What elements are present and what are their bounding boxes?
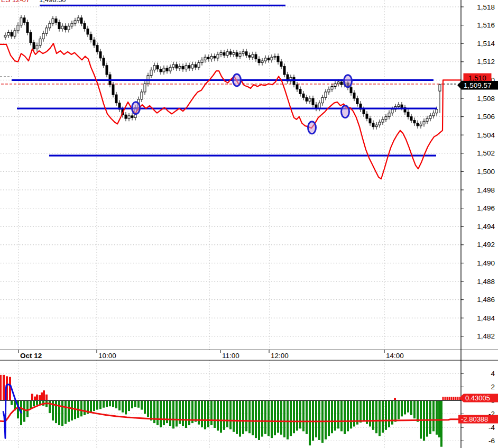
indicator-axis-label: -6 (488, 437, 495, 445)
price-axis-label: 1,512 (477, 58, 495, 66)
price-axis-label: 1,500 (477, 168, 495, 176)
price-axis-label: 1,496 (477, 204, 495, 212)
price-axis-label: 1,484 (477, 314, 495, 322)
price-axis-label: 1,482 (477, 332, 495, 340)
indicator-axis-label: 2 (491, 383, 495, 391)
price-axis-label: 1,492 (477, 241, 495, 249)
time-axis-label: Oct 12 (20, 352, 42, 360)
trading-chart-window: Oct 1210:0011:0012:0014:00 1,5181,5161,5… (0, 0, 498, 448)
bid-price-label: 1,510 (464, 74, 492, 82)
main-chart-panel[interactable] (0, 5, 461, 179)
price-axis-label: 1,494 (477, 223, 495, 231)
candlesticks (4, 15, 441, 130)
indicator-upper-value-label: 0.43005 (459, 394, 498, 403)
clipped-chart-label: ES 12-07 1,498.50 (1, 0, 66, 4)
time-axis-label: 12:00 (271, 352, 289, 360)
last-price-text: 1,509.57 (464, 81, 492, 89)
price-axis[interactable]: 1,5181,5161,5141,5121,5101,5081,5061,504… (461, 0, 495, 448)
last-price-label: 1,509.57 (457, 81, 498, 90)
price-axis-label: 1,516 (477, 21, 495, 29)
value-label-fragment: 1,498.50 (39, 0, 66, 4)
time-axis-label: 11:00 (222, 352, 239, 360)
price-axis-label: 1,504 (477, 131, 495, 139)
price-axis-label: 1,508 (477, 95, 495, 103)
price-axis-label: 1,506 (477, 113, 495, 121)
time-axis-label: 10:00 (98, 352, 116, 360)
price-axis-label: 1,498 (477, 186, 495, 194)
indicator-axis-label: 4 (491, 370, 495, 378)
bid-price-text: 1,510 (468, 74, 486, 82)
lower-indicator-panel[interactable] (0, 375, 461, 447)
indicator-lower-value-label: -2.80388 (458, 415, 498, 424)
price-axis-label: 1,488 (477, 278, 495, 286)
indicator-axis-label: -4 (488, 424, 495, 432)
price-axis-label: 1,486 (477, 296, 495, 304)
time-axis[interactable]: Oct 1210:0011:0012:0014:00 (0, 350, 498, 361)
chart-canvas: Oct 1210:0011:0012:0014:00 1,5181,5161,5… (0, 0, 498, 448)
gridlines (0, 0, 461, 448)
price-axis-label: 1,502 (477, 149, 495, 157)
price-axis-label: 1,518 (477, 3, 495, 11)
histogram-green-bars (11, 401, 442, 447)
indicator-upper-value-text: 0.43005 (465, 394, 490, 402)
histogram-red-bars (0, 375, 461, 400)
price-axis-label: 1,490 (477, 259, 495, 267)
price-axis-label: 1,514 (477, 40, 495, 48)
time-axis-label: 14:00 (386, 352, 404, 360)
indicator-lower-value-text: -2.80388 (461, 415, 488, 423)
symbol-label-fragment: ES 12-07 (1, 0, 30, 4)
